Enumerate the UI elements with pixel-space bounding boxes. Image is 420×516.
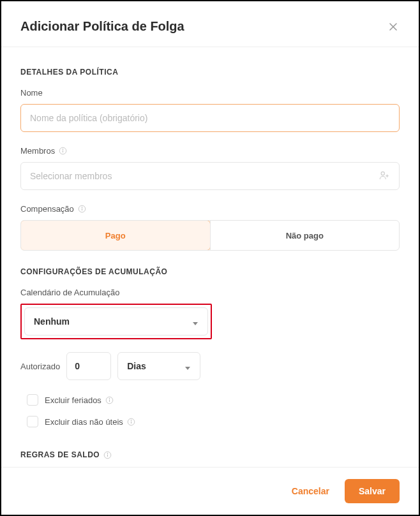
chevron-down-icon <box>192 318 199 325</box>
accrual-schedule-dropdown[interactable]: Nenhum <box>24 307 208 335</box>
section-heading-balance: REGRAS DE SALDO <box>20 450 400 459</box>
exclude-nonwork-text: Excluir dias não úteis <box>45 417 123 427</box>
policy-name-input[interactable] <box>20 104 400 132</box>
modal-header: Adicionar Política de Folga <box>1 1 419 47</box>
svg-marker-12 <box>185 367 190 370</box>
close-icon[interactable] <box>387 20 400 33</box>
schedule-label: Calendário de Acumulação <box>20 288 400 297</box>
modal-body: DETALHES DA POLÍTICA Nome Membros Seleci… <box>1 47 419 467</box>
svg-point-5 <box>381 172 384 175</box>
members-label-text: Membros <box>20 146 55 156</box>
unit-dropdown[interactable]: Dias <box>117 352 200 380</box>
exclude-holidays-label: Excluir feriados <box>45 395 114 405</box>
svg-point-18 <box>131 420 131 420</box>
allotted-input[interactable] <box>66 352 111 380</box>
svg-point-15 <box>109 398 110 399</box>
chevron-down-icon <box>184 363 191 369</box>
exclude-holidays-row: Excluir feriados <box>20 394 400 406</box>
info-icon[interactable] <box>127 418 135 426</box>
section-heading-accrual: CONFIGURAÇÕES DE ACUMULAÇÃO <box>20 267 400 276</box>
compensation-label: Compensação <box>20 204 400 214</box>
members-label: Membros <box>20 146 400 156</box>
info-icon[interactable] <box>78 205 86 213</box>
info-icon[interactable] <box>105 396 114 404</box>
exclude-nonwork-checkbox[interactable] <box>27 416 38 427</box>
add-person-icon <box>379 170 390 183</box>
svg-point-21 <box>107 453 108 453</box>
exclude-holidays-text: Excluir feriados <box>45 395 101 405</box>
info-icon[interactable] <box>103 451 112 459</box>
info-icon[interactable] <box>59 147 67 155</box>
svg-marker-11 <box>193 322 198 325</box>
compensation-segmented: Pago Não pago <box>20 220 400 251</box>
schedule-value: Nenhum <box>34 316 70 327</box>
segment-unpaid[interactable]: Não pago <box>210 221 400 250</box>
highlighted-schedule: Nenhum <box>20 304 212 339</box>
name-label: Nome <box>20 88 400 98</box>
allotted-label: Autorizado <box>20 362 60 371</box>
members-placeholder: Selecionar membros <box>30 171 112 181</box>
section-heading-details: DETALHES DA POLÍTICA <box>20 68 400 77</box>
exclude-nonwork-row: Excluir dias não úteis <box>20 416 400 427</box>
segment-paid[interactable]: Pago <box>20 220 211 251</box>
save-button[interactable]: Salvar <box>345 479 400 503</box>
modal-title: Adicionar Política de Folga <box>20 19 184 34</box>
exclude-holidays-checkbox[interactable] <box>27 394 38 406</box>
add-policy-modal: Adicionar Política de Folga DETALHES DA … <box>1 1 419 515</box>
svg-point-10 <box>82 207 82 207</box>
cancel-button[interactable]: Cancelar <box>288 480 333 503</box>
members-select[interactable]: Selecionar membros <box>20 162 400 190</box>
exclude-nonwork-label: Excluir dias não úteis <box>45 417 135 427</box>
allotted-row: Autorizado Dias <box>20 352 400 380</box>
svg-point-4 <box>63 149 63 149</box>
modal-footer: Cancelar Salvar <box>1 467 419 515</box>
balance-heading-text: REGRAS DE SALDO <box>20 450 100 459</box>
unit-value: Dias <box>127 361 146 371</box>
compensation-label-text: Compensação <box>20 204 74 214</box>
